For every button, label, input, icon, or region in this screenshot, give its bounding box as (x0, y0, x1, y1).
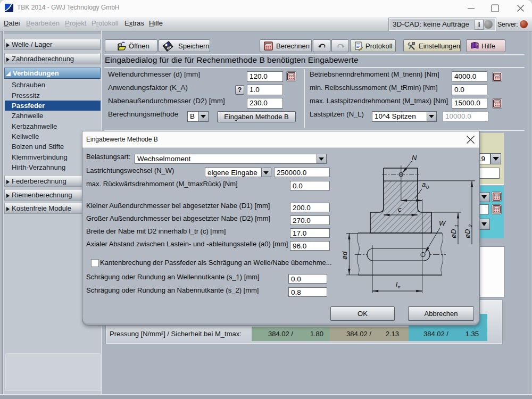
svg-text:1: 1 (454, 225, 459, 227)
svg-text:ød: ød (341, 251, 348, 260)
svg-text:tr: tr (398, 285, 401, 289)
svg-text:øD: øD (450, 229, 458, 238)
svg-text:W: W (439, 219, 446, 227)
svg-text:2: 2 (468, 225, 473, 228)
svg-text:øD: øD (463, 229, 471, 238)
svg-text:0: 0 (426, 185, 429, 190)
svg-text:N: N (412, 154, 417, 162)
svg-text:c: c (398, 205, 402, 213)
svg-text:?: ? (476, 43, 478, 47)
svg-text:a: a (422, 180, 426, 188)
